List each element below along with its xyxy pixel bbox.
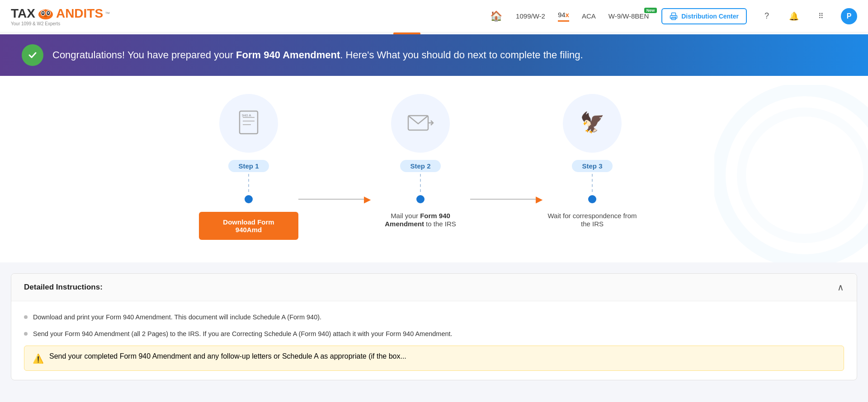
distribution-center-button[interactable]: Distribution Center — [661, 8, 747, 24]
distribution-center-label: Distribution Center — [681, 13, 739, 20]
arrow-1: ▶ — [298, 194, 371, 205]
instruction-warning: ⚠️ Send your completed Form 940 Amendmen… — [24, 346, 844, 371]
step-2-dot — [416, 195, 425, 203]
step-2-col: Step 2 — [371, 94, 470, 172]
step-3-dashed-line — [592, 174, 593, 192]
step-2-label: Step 2 — [400, 160, 440, 172]
nav-94x[interactable]: 94x — [558, 11, 569, 22]
warning-text: Send your completed Form 940 Amendment a… — [49, 352, 406, 360]
new-badge: New — [644, 8, 657, 13]
success-check-icon — [22, 44, 43, 66]
arrow-icon-2: ▶ — [536, 194, 542, 205]
printer-icon — [670, 12, 678, 20]
nav-94x-label: x — [566, 11, 569, 19]
step-3-description: Wait for correspondence from the IRS — [542, 212, 642, 228]
bullet-1 — [24, 315, 28, 319]
step-3-timeline — [542, 172, 642, 194]
instructions-header: Detailed Instructions: ∧ — [11, 274, 857, 301]
svg-point-8 — [44, 15, 47, 17]
instructions-section: Detailed Instructions: ∧ Download and pr… — [11, 273, 857, 380]
avatar[interactable]: P — [841, 8, 857, 24]
steps-section: 940 A Step 1 Step 2 — [0, 76, 868, 262]
step-1-label: Step 1 — [228, 160, 269, 172]
header: TAX ANDITS ™ Your 1099 & W2 Experts 🏠 10… — [0, 0, 868, 33]
svg-rect-9 — [672, 13, 676, 15]
bg-decoration — [714, 85, 868, 262]
svg-point-14 — [719, 89, 868, 261]
step-2-desc-prefix: Mail your — [391, 212, 420, 220]
step-1-col: 940 A Step 1 — [199, 94, 298, 172]
step-1-timeline — [199, 172, 298, 194]
step-3-desc-text: Wait for correspondence from the IRS — [547, 212, 637, 228]
instructions-body: Download and print your Form 940 Amendme… — [11, 301, 857, 380]
arrow-icon-1: ▶ — [364, 194, 371, 205]
svg-point-15 — [741, 112, 868, 238]
instruction-item-2: Send your Form 940 Amendment (all 2 Page… — [24, 329, 844, 339]
logo-tm: ™ — [105, 11, 110, 16]
home-nav-icon[interactable]: 🏠 — [489, 9, 503, 23]
warning-icon: ⚠️ — [33, 353, 44, 364]
logo-owl-icon — [38, 7, 54, 20]
apps-icon[interactable]: ⠿ — [814, 9, 828, 23]
svg-point-6 — [47, 12, 49, 14]
step-1-dashed-line — [248, 174, 249, 192]
instruction-text-2: Send your Form 940 Amendment (all 2 Page… — [33, 329, 453, 339]
step-spacer-2 — [470, 113, 542, 172]
step-3-dot — [588, 195, 596, 203]
step-2-icon-circle — [391, 94, 450, 153]
svg-point-12 — [675, 16, 676, 17]
timeline-line-1 — [298, 199, 364, 200]
instructions-title: Detailed Instructions: — [24, 283, 103, 292]
step-2-desc-suffix: to the IRS — [424, 220, 456, 228]
step-1-dot-col — [199, 195, 298, 203]
timeline-full-row: ▶ ▶ — [185, 194, 683, 205]
step-2-dashed-line — [420, 174, 421, 192]
step-2-dot-col — [371, 195, 470, 203]
nav-aca[interactable]: ACA — [582, 12, 596, 20]
main-nav: 🏠 1099/W-2 94x ACA W-9/W-8BEN New Distri… — [489, 8, 857, 24]
step-actions-row: Download Form 940Amd Mail your Form 940 … — [185, 212, 683, 240]
instruction-item-1: Download and print your Form 940 Amendme… — [24, 312, 844, 323]
step-3-label: Step 3 — [572, 160, 612, 172]
step-3-dot-col — [542, 195, 642, 203]
arrow-2: ▶ — [470, 194, 542, 205]
steps-visual: 940 A Step 1 Step 2 — [185, 94, 683, 240]
mail-icon — [406, 111, 435, 136]
step-1-dot — [245, 195, 253, 203]
nav-w9[interactable]: W-9/W-8BEN New — [609, 12, 649, 20]
collapse-button[interactable]: ∧ — [837, 282, 844, 293]
svg-point-5 — [42, 12, 43, 14]
svg-point-13 — [27, 49, 38, 61]
timeline-line-2 — [470, 199, 536, 200]
bullet-2 — [24, 332, 28, 336]
nav-1099w2[interactable]: 1099/W-2 — [516, 12, 545, 20]
steps-icons-row: 940 A Step 1 Step 2 — [185, 94, 683, 172]
step-1-icon-circle: 940 A — [219, 94, 278, 153]
step-2-description: Mail your Form 940 Amendment to the IRS — [371, 212, 470, 228]
instruction-text-1: Download and print your Form 940 Amendme… — [33, 312, 321, 323]
banner-text: Congratulations! You have prepared your … — [52, 49, 583, 61]
step-2-timeline — [371, 172, 470, 194]
svg-text:🦅: 🦅 — [580, 111, 605, 134]
success-banner: Congratulations! You have prepared your … — [0, 34, 868, 76]
step-1-action: Download Form 940Amd — [199, 212, 298, 240]
svg-point-0 — [38, 9, 53, 19]
tab-indicator-bar — [0, 33, 868, 34]
svg-text:940 A: 940 A — [242, 113, 251, 117]
logo-tagline: Your 1099 & W2 Experts — [11, 21, 60, 26]
irs-icon: 🦅 — [576, 108, 608, 139]
step-3-col: 🦅 Step 3 — [542, 94, 642, 172]
notification-icon[interactable]: 🔔 — [787, 9, 801, 23]
logo: TAX ANDITS ™ Your 1099 & W2 Experts — [11, 6, 110, 26]
banner-message: Congratulations! You have prepared your … — [52, 49, 583, 61]
dashed-timeline-row — [185, 172, 683, 194]
logo-andits: ANDITS — [56, 6, 103, 21]
step-3-icon-circle: 🦅 — [563, 94, 622, 153]
form-940a-icon: 940 A — [233, 108, 264, 139]
logo-tax: TAX — [11, 6, 35, 21]
step-spacer-1 — [298, 113, 371, 172]
checkmark-icon — [26, 49, 39, 61]
download-form-button[interactable]: Download Form 940Amd — [199, 212, 298, 240]
help-icon[interactable]: ? — [760, 9, 774, 23]
